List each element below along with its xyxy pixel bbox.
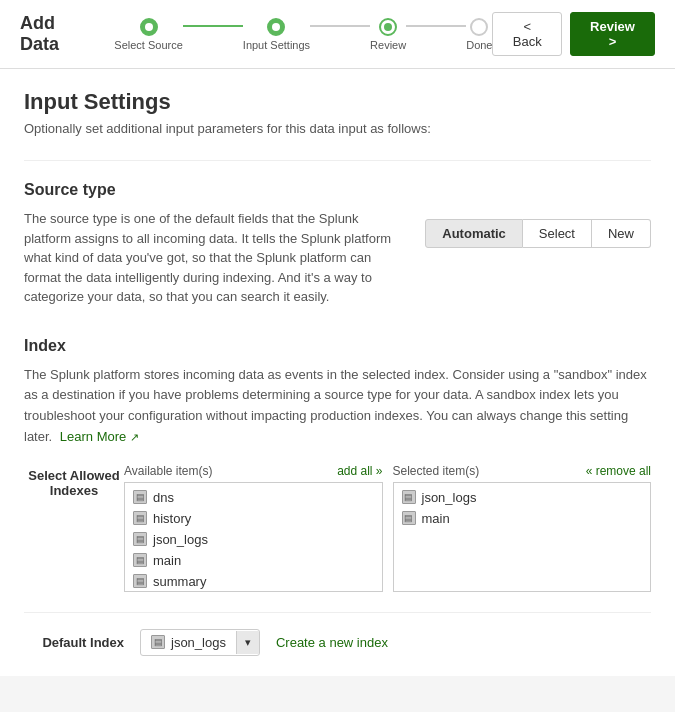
available-list[interactable]: dns history json_logs main bbox=[124, 482, 383, 592]
available-header-title: Available item(s) bbox=[124, 464, 212, 478]
line-3 bbox=[406, 25, 466, 27]
selected-main-icon bbox=[402, 511, 416, 525]
source-type-select-button[interactable]: Select bbox=[523, 219, 592, 248]
index-section: Index The Splunk platform stores incomin… bbox=[24, 337, 651, 592]
index-description: The Splunk platform stores incoming data… bbox=[24, 365, 651, 448]
select-allowed-label-line2: Indexes bbox=[50, 483, 98, 498]
remove-all-link[interactable]: « remove all bbox=[586, 464, 651, 478]
source-type-section: The source type is one of the default fi… bbox=[24, 209, 651, 307]
default-index-row: Default Index json_logs ▾ Create a new i… bbox=[24, 612, 651, 656]
default-index-text: json_logs bbox=[171, 635, 226, 650]
page-title: Input Settings bbox=[24, 89, 651, 115]
dns-label: dns bbox=[153, 490, 174, 505]
selected-item-json-logs[interactable]: json_logs bbox=[394, 487, 651, 508]
source-type-title: Source type bbox=[24, 181, 651, 199]
selected-main-label: main bbox=[422, 511, 450, 526]
header-left: Add Data Select Source Input Settings bbox=[20, 13, 492, 55]
create-new-index-link[interactable]: Create a new index bbox=[276, 635, 388, 650]
selected-panel: Selected item(s) « remove all json_logs … bbox=[393, 464, 652, 592]
step-2-label: Input Settings bbox=[243, 39, 310, 51]
step-group-3: Review bbox=[370, 18, 466, 51]
step-3-label: Review bbox=[370, 39, 406, 51]
index-selector-label: Select Allowed Indexes bbox=[24, 464, 124, 498]
review-button[interactable]: Review > bbox=[570, 12, 655, 56]
selected-json-logs-label: json_logs bbox=[422, 490, 477, 505]
index-section-title: Index bbox=[24, 337, 651, 355]
external-link-icon: ↗ bbox=[130, 431, 139, 443]
history-label: history bbox=[153, 511, 191, 526]
wizard-steps: Select Source Input Settings Review bbox=[114, 18, 492, 51]
step-3-circle bbox=[379, 18, 397, 36]
available-item-main[interactable]: main bbox=[125, 550, 382, 571]
available-panel: Available item(s) add all » dns history bbox=[124, 464, 383, 592]
line-2 bbox=[310, 25, 370, 27]
line-1 bbox=[183, 25, 243, 27]
source-type-buttons: Automatic Select New bbox=[425, 219, 651, 248]
index-selector: Select Allowed Indexes Available item(s)… bbox=[24, 464, 651, 592]
default-index-select[interactable]: json_logs ▾ bbox=[140, 629, 260, 656]
selected-panel-header: Selected item(s) « remove all bbox=[393, 464, 652, 478]
json-logs-icon bbox=[133, 532, 147, 546]
source-type-description: The source type is one of the default fi… bbox=[24, 209, 405, 307]
selected-header-title: Selected item(s) bbox=[393, 464, 480, 478]
dns-icon bbox=[133, 490, 147, 504]
select-allowed-label-line1: Select Allowed bbox=[28, 468, 119, 483]
default-index-value: json_logs bbox=[141, 630, 236, 655]
source-type-automatic-button[interactable]: Automatic bbox=[425, 219, 523, 248]
source-type-new-button[interactable]: New bbox=[592, 219, 651, 248]
back-button[interactable]: < Back bbox=[492, 12, 561, 56]
default-index-label: Default Index bbox=[24, 635, 124, 650]
index-panels: Available item(s) add all » dns history bbox=[124, 464, 651, 592]
json-logs-label: json_logs bbox=[153, 532, 208, 547]
selected-list[interactable]: json_logs main bbox=[393, 482, 652, 592]
default-index-icon bbox=[151, 635, 165, 649]
header: Add Data Select Source Input Settings bbox=[0, 0, 675, 69]
available-item-dns[interactable]: dns bbox=[125, 487, 382, 508]
source-type-btn-group: Automatic Select New bbox=[425, 219, 651, 248]
available-item-summary[interactable]: summary bbox=[125, 571, 382, 592]
learn-more-link[interactable]: Learn More bbox=[60, 429, 126, 444]
step-4-circle bbox=[470, 18, 488, 36]
step-group-2: Input Settings bbox=[243, 18, 370, 51]
step-group-1: Select Source bbox=[114, 18, 242, 51]
available-panel-header: Available item(s) add all » bbox=[124, 464, 383, 478]
add-all-link[interactable]: add all » bbox=[337, 464, 382, 478]
step-1-label: Select Source bbox=[114, 39, 182, 51]
divider-1 bbox=[24, 160, 651, 161]
summary-icon bbox=[133, 574, 147, 588]
page-subtitle: Optionally set additional input paramete… bbox=[24, 121, 651, 136]
available-item-history[interactable]: history bbox=[125, 508, 382, 529]
available-item-json-logs[interactable]: json_logs bbox=[125, 529, 382, 550]
app-title: Add Data bbox=[20, 13, 94, 55]
content: Input Settings Optionally set additional… bbox=[0, 69, 675, 676]
main-icon bbox=[133, 553, 147, 567]
selected-json-logs-icon bbox=[402, 490, 416, 504]
header-buttons: < Back Review > bbox=[492, 12, 655, 56]
step-3: Review bbox=[370, 18, 406, 51]
step-4: Done bbox=[466, 18, 492, 51]
selected-item-main[interactable]: main bbox=[394, 508, 651, 529]
history-icon bbox=[133, 511, 147, 525]
main-label: main bbox=[153, 553, 181, 568]
step-2-circle bbox=[267, 18, 285, 36]
step-1: Select Source bbox=[114, 18, 182, 51]
step-2: Input Settings bbox=[243, 18, 310, 51]
step-1-circle bbox=[140, 18, 158, 36]
default-index-dropdown-arrow[interactable]: ▾ bbox=[236, 631, 259, 654]
step-4-label: Done bbox=[466, 39, 492, 51]
summary-label: summary bbox=[153, 574, 206, 589]
